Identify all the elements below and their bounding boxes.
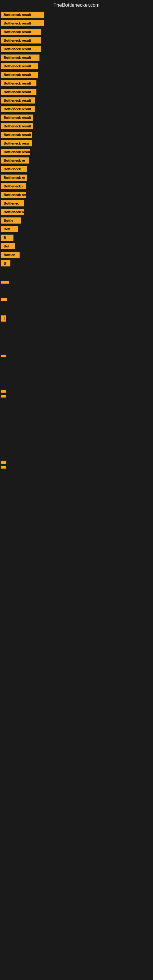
bottleneck-badge[interactable]: B	[1, 235, 13, 241]
list-item: Bottleneck result	[1, 29, 152, 35]
bottleneck-badge[interactable]: Bott	[1, 226, 18, 232]
list-item: Bottleneck re	[1, 158, 152, 164]
list-item: Bottleneck result	[1, 12, 152, 18]
bottleneck-badge[interactable]: Bottleneck result	[1, 115, 33, 121]
list-item: Bottleneck result	[1, 72, 152, 78]
bottleneck-badge[interactable]: Bottleneck result	[1, 20, 44, 26]
list-item: Bottleneck re	[1, 175, 152, 181]
bottleneck-badge[interactable]: Bottleneck result	[1, 72, 38, 78]
bottleneck-badge[interactable]: Bottleneck re	[1, 158, 29, 164]
list-item: Bottleneck result	[1, 37, 152, 43]
bottleneck-badge[interactable]	[1, 390, 6, 393]
bottleneck-badge[interactable]: Bottleneck result	[1, 46, 41, 52]
list-item: Bottleneck	[1, 166, 152, 172]
list-item: Bottleneck result	[1, 97, 152, 103]
bottleneck-badge[interactable]: Bottleneck result	[1, 123, 33, 129]
list-item	[1, 395, 152, 398]
bottleneck-badge[interactable]	[1, 466, 6, 469]
list-item: Bottleneck result	[1, 63, 152, 69]
list-item: Bottleneck resu	[1, 140, 152, 146]
list-item: Bottleneck resu	[1, 192, 152, 198]
site-title: TheBottlenecker.com	[0, 0, 153, 12]
list-item: Bott	[1, 226, 152, 232]
list-item: Bottleneck result	[1, 20, 152, 26]
bottleneck-badge[interactable]	[1, 298, 7, 301]
list-item: Bottleneck result	[1, 123, 152, 129]
list-item: Bottleneck result	[1, 89, 152, 95]
spacer	[1, 303, 152, 315]
bottleneck-badge[interactable]: Bottleneck result	[1, 149, 30, 155]
bottleneck-badge[interactable]: Bottleneck result	[1, 63, 38, 69]
bottleneck-list: Bottleneck resultBottleneck resultBottle…	[0, 12, 153, 471]
spacer	[1, 286, 152, 298]
bottleneck-badge[interactable]: Bottleneck r	[1, 183, 26, 189]
list-item	[1, 390, 152, 393]
list-item: Bottleneck r	[1, 183, 152, 189]
list-item: Bottlenec	[1, 200, 152, 207]
list-item: Bottleneck result	[1, 80, 152, 86]
bottleneck-badge[interactable]: Bottleneck result	[1, 97, 35, 103]
bottleneck-badge[interactable]: Bottleneck result	[1, 106, 35, 112]
list-item: Bottleneck result	[1, 149, 152, 155]
list-item: Bottleneck result	[1, 132, 152, 138]
bottleneck-badge[interactable]	[1, 355, 6, 357]
bottleneck-badge[interactable]: Bottle	[1, 218, 21, 224]
bottleneck-badge[interactable]: Bottleneck re	[1, 175, 27, 181]
list-item: I	[1, 315, 152, 321]
list-item: B	[1, 260, 152, 266]
bottleneck-badge[interactable]: Bot	[1, 243, 15, 249]
bottleneck-badge[interactable]	[1, 461, 6, 464]
bottleneck-badge[interactable]: Bottleneck result	[1, 37, 41, 43]
bottleneck-badge[interactable]: Bottleneck resu	[1, 192, 26, 198]
spacer	[1, 360, 152, 390]
bottleneck-badge[interactable]: Bottleneck result	[1, 89, 37, 95]
bottleneck-badge[interactable]: Bottleneck result	[1, 54, 40, 60]
list-item	[1, 461, 152, 464]
bottleneck-badge[interactable]: Bottleneck result	[1, 80, 37, 86]
bottleneck-badge[interactable]: Bottleneck result	[1, 12, 44, 18]
bottleneck-badge[interactable]: Bottlenec	[1, 200, 24, 207]
list-item	[1, 298, 152, 301]
spacer	[1, 400, 152, 461]
bottleneck-badge[interactable]: Bottleneck resu	[1, 140, 32, 146]
bottleneck-badge[interactable]: Bottleneck result	[1, 132, 32, 138]
bottleneck-badge[interactable]: Bottlen	[1, 252, 19, 258]
list-item	[1, 281, 152, 283]
bottleneck-badge[interactable]: Bottleneck re	[1, 209, 24, 215]
list-item: Bottleneck result	[1, 106, 152, 112]
bottleneck-badge[interactable]	[1, 395, 6, 398]
list-item: Bottleneck re	[1, 209, 152, 215]
spacer	[1, 269, 152, 281]
list-item: Bottleneck result	[1, 46, 152, 52]
list-item	[1, 466, 152, 469]
list-item: Bottle	[1, 218, 152, 224]
list-item: Bottleneck result	[1, 54, 152, 60]
list-item	[1, 355, 152, 357]
bottleneck-badge[interactable]: I	[1, 315, 6, 321]
list-item: Bot	[1, 243, 152, 249]
list-item: Bottleneck result	[1, 115, 152, 121]
list-item: B	[1, 235, 152, 241]
spacer	[1, 324, 152, 355]
list-item: Bottlen	[1, 252, 152, 258]
bottleneck-badge[interactable]: Bottleneck	[1, 166, 27, 172]
bottleneck-badge[interactable]: B	[1, 260, 10, 266]
bottleneck-badge[interactable]: Bottleneck result	[1, 29, 41, 35]
bottleneck-badge[interactable]	[1, 281, 9, 283]
